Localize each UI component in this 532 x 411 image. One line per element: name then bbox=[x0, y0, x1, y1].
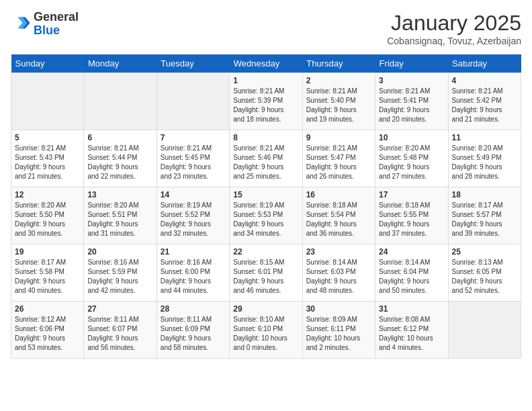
header-wednesday: Wednesday bbox=[230, 54, 302, 73]
calendar-cell: 29Sunrise: 8:10 AM Sunset: 6:10 PM Dayli… bbox=[230, 302, 302, 359]
calendar-cell: 15Sunrise: 8:19 AM Sunset: 5:53 PM Dayli… bbox=[230, 187, 302, 244]
day-number: 9 bbox=[306, 133, 371, 142]
calendar-cell: 24Sunrise: 8:14 AM Sunset: 6:04 PM Dayli… bbox=[375, 244, 448, 302]
day-number: 17 bbox=[379, 190, 444, 199]
day-number: 1 bbox=[233, 76, 298, 85]
day-number: 13 bbox=[87, 190, 152, 199]
day-number: 12 bbox=[15, 190, 80, 199]
calendar-cell: 13Sunrise: 8:20 AM Sunset: 5:51 PM Dayli… bbox=[84, 187, 157, 244]
calendar-cell: 10Sunrise: 8:20 AM Sunset: 5:48 PM Dayli… bbox=[375, 130, 448, 187]
calendar-cell: 2Sunrise: 8:21 AM Sunset: 5:40 PM Daylig… bbox=[302, 73, 375, 130]
day-info: Sunrise: 8:21 AM Sunset: 5:47 PM Dayligh… bbox=[306, 144, 371, 181]
day-number: 18 bbox=[452, 190, 517, 199]
day-info: Sunrise: 8:08 AM Sunset: 6:12 PM Dayligh… bbox=[379, 315, 444, 353]
title-block: January 2025 Cobansignaq, Tovuz, Azerbai… bbox=[387, 11, 521, 46]
day-number: 23 bbox=[306, 247, 371, 257]
day-info: Sunrise: 8:14 AM Sunset: 6:04 PM Dayligh… bbox=[379, 258, 444, 295]
day-info: Sunrise: 8:15 AM Sunset: 6:01 PM Dayligh… bbox=[233, 258, 298, 295]
calendar-cell: 21Sunrise: 8:16 AM Sunset: 6:00 PM Dayli… bbox=[157, 244, 229, 302]
calendar-cell: 9Sunrise: 8:21 AM Sunset: 5:47 PM Daylig… bbox=[302, 130, 375, 187]
day-info: Sunrise: 8:21 AM Sunset: 5:41 PM Dayligh… bbox=[379, 87, 444, 124]
calendar-cell: 22Sunrise: 8:15 AM Sunset: 6:01 PM Dayli… bbox=[230, 244, 302, 302]
calendar-cell bbox=[11, 73, 84, 130]
day-info: Sunrise: 8:16 AM Sunset: 6:00 PM Dayligh… bbox=[161, 258, 226, 295]
calendar-cell: 14Sunrise: 8:19 AM Sunset: 5:52 PM Dayli… bbox=[157, 187, 229, 244]
day-number: 27 bbox=[87, 304, 152, 314]
logo-general-text: General bbox=[34, 10, 79, 24]
month-title: January 2025 bbox=[387, 11, 521, 36]
day-info: Sunrise: 8:20 AM Sunset: 5:51 PM Dayligh… bbox=[87, 201, 152, 238]
day-info: Sunrise: 8:19 AM Sunset: 5:53 PM Dayligh… bbox=[233, 201, 298, 238]
day-info: Sunrise: 8:19 AM Sunset: 5:52 PM Dayligh… bbox=[161, 201, 226, 238]
day-number: 24 bbox=[379, 247, 444, 257]
calendar-cell: 4Sunrise: 8:21 AM Sunset: 5:42 PM Daylig… bbox=[448, 73, 521, 130]
header-friday: Friday bbox=[375, 54, 448, 73]
day-info: Sunrise: 8:17 AM Sunset: 5:58 PM Dayligh… bbox=[15, 258, 80, 295]
day-number: 30 bbox=[306, 304, 371, 314]
calendar-cell: 3Sunrise: 8:21 AM Sunset: 5:41 PM Daylig… bbox=[375, 73, 448, 130]
day-info: Sunrise: 8:21 AM Sunset: 5:42 PM Dayligh… bbox=[452, 87, 517, 124]
calendar-cell: 11Sunrise: 8:20 AM Sunset: 5:49 PM Dayli… bbox=[448, 130, 521, 187]
calendar-cell: 20Sunrise: 8:16 AM Sunset: 5:59 PM Dayli… bbox=[84, 244, 157, 302]
calendar-week-row: 1Sunrise: 8:21 AM Sunset: 5:39 PM Daylig… bbox=[11, 73, 521, 130]
day-number: 26 bbox=[15, 304, 80, 314]
calendar-cell: 31Sunrise: 8:08 AM Sunset: 6:12 PM Dayli… bbox=[375, 302, 448, 359]
calendar-table: SundayMondayTuesdayWednesdayThursdayFrid… bbox=[11, 54, 521, 359]
calendar-cell: 18Sunrise: 8:17 AM Sunset: 5:57 PM Dayli… bbox=[448, 187, 521, 244]
logo-blue-text: Blue bbox=[34, 24, 60, 37]
calendar-cell: 25Sunrise: 8:13 AM Sunset: 6:05 PM Dayli… bbox=[448, 244, 521, 302]
day-info: Sunrise: 8:20 AM Sunset: 5:50 PM Dayligh… bbox=[15, 201, 80, 238]
day-info: Sunrise: 8:16 AM Sunset: 5:59 PM Dayligh… bbox=[87, 258, 152, 295]
day-number: 2 bbox=[306, 76, 371, 85]
calendar-week-row: 5Sunrise: 8:21 AM Sunset: 5:43 PM Daylig… bbox=[11, 130, 521, 187]
day-info: Sunrise: 8:21 AM Sunset: 5:46 PM Dayligh… bbox=[233, 144, 298, 181]
calendar-week-row: 12Sunrise: 8:20 AM Sunset: 5:50 PM Dayli… bbox=[11, 187, 521, 244]
header-thursday: Thursday bbox=[302, 54, 375, 73]
logo-icon bbox=[12, 13, 31, 32]
day-info: Sunrise: 8:11 AM Sunset: 6:09 PM Dayligh… bbox=[161, 315, 226, 353]
day-number: 4 bbox=[452, 76, 517, 85]
header-monday: Monday bbox=[84, 54, 157, 73]
day-number: 6 bbox=[87, 133, 152, 142]
day-info: Sunrise: 8:21 AM Sunset: 5:39 PM Dayligh… bbox=[233, 87, 298, 124]
calendar-cell: 12Sunrise: 8:20 AM Sunset: 5:50 PM Dayli… bbox=[11, 187, 84, 244]
calendar-cell: 26Sunrise: 8:12 AM Sunset: 6:06 PM Dayli… bbox=[11, 302, 84, 359]
day-number: 25 bbox=[452, 247, 517, 257]
day-info: Sunrise: 8:11 AM Sunset: 6:07 PM Dayligh… bbox=[87, 315, 152, 353]
calendar-cell bbox=[448, 302, 521, 359]
day-number: 7 bbox=[161, 133, 226, 142]
day-info: Sunrise: 8:21 AM Sunset: 5:44 PM Dayligh… bbox=[87, 144, 152, 181]
page-header: General Blue January 2025 Cobansignaq, T… bbox=[11, 11, 521, 46]
day-info: Sunrise: 8:12 AM Sunset: 6:06 PM Dayligh… bbox=[15, 315, 80, 353]
day-info: Sunrise: 8:20 AM Sunset: 5:48 PM Dayligh… bbox=[379, 144, 444, 181]
calendar-cell: 27Sunrise: 8:11 AM Sunset: 6:07 PM Dayli… bbox=[84, 302, 157, 359]
header-saturday: Saturday bbox=[448, 54, 521, 73]
day-info: Sunrise: 8:14 AM Sunset: 6:03 PM Dayligh… bbox=[306, 258, 371, 295]
day-number: 5 bbox=[15, 133, 80, 142]
calendar-week-row: 19Sunrise: 8:17 AM Sunset: 5:58 PM Dayli… bbox=[11, 244, 521, 302]
calendar-cell bbox=[157, 73, 229, 130]
location-subtitle: Cobansignaq, Tovuz, Azerbaijan bbox=[387, 36, 521, 46]
day-number: 16 bbox=[306, 190, 371, 199]
day-number: 28 bbox=[161, 304, 226, 314]
header-sunday: Sunday bbox=[11, 54, 84, 73]
calendar-cell: 19Sunrise: 8:17 AM Sunset: 5:58 PM Dayli… bbox=[11, 244, 84, 302]
day-info: Sunrise: 8:18 AM Sunset: 5:55 PM Dayligh… bbox=[379, 201, 444, 238]
day-number: 21 bbox=[161, 247, 226, 257]
day-number: 29 bbox=[233, 304, 298, 314]
day-number: 20 bbox=[87, 247, 152, 257]
calendar-cell: 7Sunrise: 8:21 AM Sunset: 5:45 PM Daylig… bbox=[157, 130, 229, 187]
day-info: Sunrise: 8:21 AM Sunset: 5:45 PM Dayligh… bbox=[161, 144, 226, 181]
day-info: Sunrise: 8:20 AM Sunset: 5:49 PM Dayligh… bbox=[452, 144, 517, 181]
day-number: 15 bbox=[233, 190, 298, 199]
calendar-cell: 23Sunrise: 8:14 AM Sunset: 6:03 PM Dayli… bbox=[302, 244, 375, 302]
calendar-cell: 6Sunrise: 8:21 AM Sunset: 5:44 PM Daylig… bbox=[84, 130, 157, 187]
day-info: Sunrise: 8:13 AM Sunset: 6:05 PM Dayligh… bbox=[452, 258, 517, 295]
calendar-week-row: 26Sunrise: 8:12 AM Sunset: 6:06 PM Dayli… bbox=[11, 302, 521, 359]
calendar-cell: 1Sunrise: 8:21 AM Sunset: 5:39 PM Daylig… bbox=[230, 73, 302, 130]
day-number: 22 bbox=[233, 247, 298, 257]
day-number: 31 bbox=[379, 304, 444, 314]
calendar-cell: 28Sunrise: 8:11 AM Sunset: 6:09 PM Dayli… bbox=[157, 302, 229, 359]
day-info: Sunrise: 8:21 AM Sunset: 5:40 PM Dayligh… bbox=[306, 87, 371, 124]
day-info: Sunrise: 8:17 AM Sunset: 5:57 PM Dayligh… bbox=[452, 201, 517, 238]
